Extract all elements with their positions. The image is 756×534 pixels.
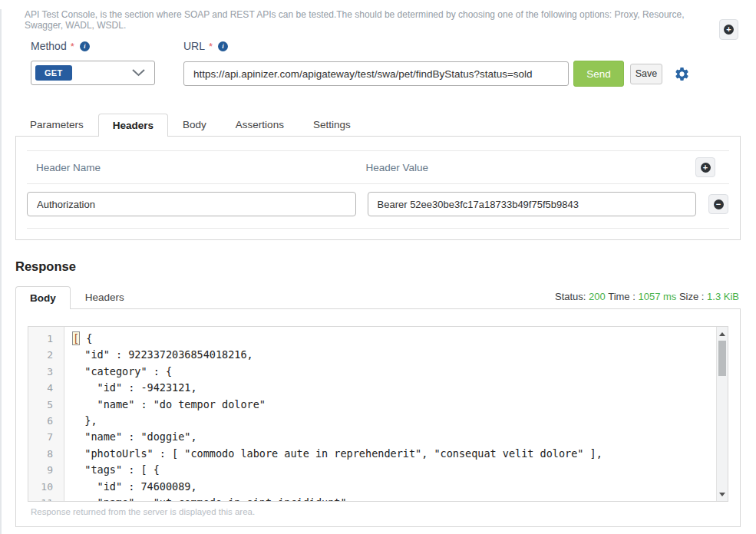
tab-assertions[interactable]: Assertions (221, 113, 299, 136)
api-test-console: API Test Console, is the section where S… (0, 9, 756, 534)
code-line: "name" : "doggie", (72, 429, 716, 445)
remove-header-button[interactable]: − (708, 194, 728, 214)
info-icon[interactable]: i (80, 41, 90, 51)
send-button[interactable]: Send (573, 61, 624, 87)
time-label: Time : (608, 291, 636, 302)
vertical-scrollbar[interactable] (716, 327, 728, 501)
line-number-gutter: 1 2 3 4 5 6 7 8 9 10 11 (28, 327, 64, 501)
line-number: 9 (28, 462, 64, 478)
tab-response-headers[interactable]: Headers (71, 285, 139, 308)
code-line: "tags" : [ { (72, 462, 716, 478)
gear-icon[interactable] (674, 66, 690, 82)
scrollbar-thumb[interactable] (718, 341, 726, 376)
required-asterisk: * (71, 41, 74, 52)
status-value: 200 (589, 291, 606, 302)
add-test-button[interactable]: + (719, 19, 738, 40)
size-label: Size : (679, 291, 705, 302)
response-title: Response (15, 259, 741, 274)
method-label: Method (31, 40, 67, 52)
response-panel: 1 2 3 4 5 6 7 8 9 10 11 [ { "id" : 92233… (15, 308, 741, 527)
method-badge: GET (35, 65, 72, 81)
matched-bracket: [ (72, 331, 80, 345)
line-number: 10 (28, 479, 64, 495)
tab-settings[interactable]: Settings (299, 113, 365, 136)
header-value-input[interactable] (368, 192, 697, 216)
size-value: 1.3 KiB (707, 291, 739, 302)
code-line: "id" : 9223372036854018216, (72, 347, 716, 363)
method-select[interactable]: GET (31, 61, 155, 85)
header-name-input[interactable] (27, 192, 356, 216)
response-tabs: Body Headers (15, 285, 139, 308)
required-asterisk: * (209, 41, 213, 52)
url-field: URL* i Send Save (183, 40, 690, 87)
line-number: 8 (28, 446, 64, 462)
url-input[interactable] (183, 61, 569, 86)
code-line: }, (72, 413, 716, 429)
request-form: Method* i GET URL* i Send Save (31, 40, 741, 87)
plus-circle-icon: + (701, 163, 711, 173)
add-header-button[interactable]: + (695, 157, 715, 177)
request-tabs: Parameters Headers Body Assertions Setti… (15, 112, 741, 136)
console-description: API Test Console, is the section where S… (25, 9, 710, 31)
plus-circle-icon: + (724, 25, 734, 35)
minus-circle-icon: − (714, 199, 724, 209)
headers-panel: Header Name Header Value + − (15, 136, 741, 240)
response-status-line: Status: 200 Time : 1057 ms Size : 1.3 Ki… (555, 291, 739, 308)
tab-response-body[interactable]: Body (15, 286, 71, 309)
code-line: "id" : -9423121, (72, 380, 716, 396)
code-line: "id" : 74600089, (72, 479, 716, 495)
response-body-editor: 1 2 3 4 5 6 7 8 9 10 11 [ { "id" : 92233… (28, 326, 728, 502)
line-number: 6 (28, 413, 64, 429)
response-footer-note: Response returned from the server is dis… (31, 507, 728, 516)
url-label-row: URL* i (183, 40, 690, 52)
header-value-column: Header Value (366, 162, 696, 173)
line-number: 2 (28, 347, 64, 363)
method-field: Method* i GET (31, 40, 155, 87)
code-line: "photoUrls" : [ "commodo labore aute in … (72, 446, 716, 462)
scroll-down-arrow-icon[interactable] (717, 489, 728, 499)
save-button[interactable]: Save (630, 64, 662, 84)
code-text: { (80, 332, 92, 344)
code-line: [ { (72, 331, 716, 347)
code-line: "category" : { (72, 364, 716, 380)
tab-parameters[interactable]: Parameters (15, 113, 98, 136)
scroll-up-arrow-icon[interactable] (717, 328, 728, 339)
headers-table-head: Header Name Header Value + (27, 151, 729, 183)
code-line: "name" : "ut commodo in sint incididunt" (72, 495, 716, 501)
info-icon[interactable]: i (218, 41, 228, 51)
code-line: "name" : "do tempor dolore" (72, 397, 716, 413)
line-number: 4 (28, 380, 64, 396)
response-tabs-row: Body Headers Status: 200 Time : 1057 ms … (15, 283, 741, 308)
line-number: 3 (28, 364, 64, 380)
tab-headers[interactable]: Headers (98, 114, 168, 137)
response-json-code: [ { "id" : 9223372036854018216, "categor… (64, 327, 716, 501)
line-number: 5 (28, 397, 64, 413)
chevron-down-icon (132, 69, 145, 77)
header-row: − (27, 184, 729, 228)
line-number: 7 (28, 429, 64, 445)
line-number: 11 (28, 495, 64, 502)
url-label: URL (183, 40, 205, 52)
method-label-row: Method* i (31, 40, 155, 52)
divider (27, 228, 729, 229)
header-name-column: Header Name (36, 162, 366, 173)
status-label: Status: (555, 291, 586, 302)
time-value: 1057 ms (638, 291, 676, 302)
line-number: 1 (28, 331, 64, 347)
tab-body[interactable]: Body (168, 113, 221, 136)
